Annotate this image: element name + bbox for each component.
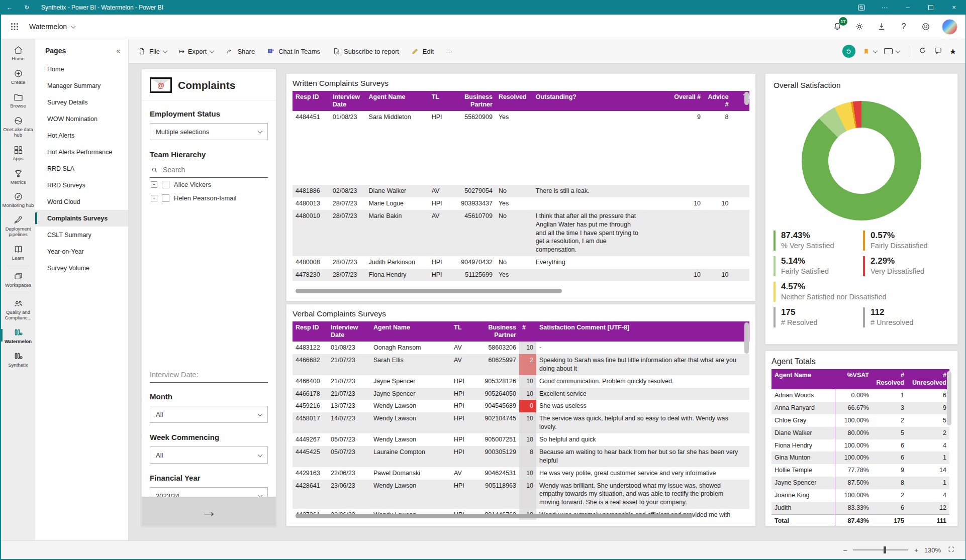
month-dropdown[interactable]: All <box>150 406 268 423</box>
expand-icon[interactable]: + <box>151 195 157 201</box>
table-row[interactable]: Gina Munton100.00%61 <box>771 452 949 464</box>
table-row[interactable]: 447823028/07/23Fiona HendryHPI51125699Ye… <box>293 269 749 281</box>
table-row[interactable]: 448001328/07/23Marie LogueHPI903933437Ye… <box>293 197 749 210</box>
sidebar-item-quality-and-complianc[interactable]: Quality and Complianc... <box>1 295 35 324</box>
table-row[interactable]: 442864123/06/23Wendy LawsonHPI9051189631… <box>293 480 749 509</box>
refresh-visuals-icon[interactable] <box>918 46 927 56</box>
sidebar-item-browse[interactable]: Browse <box>1 88 35 112</box>
table-row[interactable]: Hollie Temple77.78%914 <box>771 464 949 477</box>
bookmarks-button[interactable] <box>862 47 877 56</box>
column-header-resolved[interactable]: Resolved <box>496 91 533 111</box>
column-header-date[interactable]: Interview Date <box>328 321 370 342</box>
page-item-complaints-surveys[interactable]: Complaints Surveys <box>35 210 128 227</box>
verbal-horizontal-scrollbar[interactable] <box>296 514 693 518</box>
maximize-icon[interactable] <box>919 0 942 15</box>
table-row[interactable]: Chloe Gray100.00%25 <box>771 414 949 427</box>
table-row[interactable]: 446617821/07/23Jayne SpencerHPI905264050… <box>293 388 749 400</box>
page-item-word-cloud[interactable]: Word Cloud <box>35 193 128 210</box>
written-vertical-scrollbar[interactable] <box>744 92 749 105</box>
subscribe-button[interactable]: Subscribe to report <box>332 47 399 55</box>
table-row[interactable]: Fiona Hendry100.00%64 <box>771 439 949 452</box>
zoom-in-button[interactable]: + <box>914 546 918 554</box>
waffle-menu-icon[interactable] <box>11 23 18 30</box>
toolbar-more-button[interactable]: ··· <box>446 48 452 55</box>
column-header-tl[interactable]: TL <box>451 321 475 342</box>
settings-gear-icon[interactable] <box>853 21 865 33</box>
favorite-star-icon[interactable]: ★ <box>949 47 956 56</box>
titlebar-more-icon[interactable]: ··· <box>873 0 896 15</box>
page-item-wow-nomination[interactable]: WOW Nomination <box>35 110 128 127</box>
sidebar-item-monitoring-hub[interactable]: Monitoring hub <box>1 188 35 211</box>
column-header-partner[interactable]: Business Partner <box>475 321 519 342</box>
page-item-manager-summary[interactable]: Manager Summary <box>35 77 128 94</box>
verbal-vertical-scrollbar[interactable] <box>744 322 749 354</box>
user-avatar[interactable] <box>942 19 957 35</box>
kpi-card[interactable]: 87.43%% Very Satisfied <box>774 231 860 251</box>
team-search-input[interactable] <box>163 166 238 174</box>
team-checkbox[interactable] <box>162 181 169 188</box>
fit-to-page-icon[interactable] <box>947 545 955 554</box>
column-header-unresolved[interactable]: # Unresolved <box>907 369 949 389</box>
collapse-pages-icon[interactable]: « <box>116 47 120 55</box>
sync-icon[interactable]: ↻ <box>18 4 35 11</box>
column-header-tl[interactable]: TL <box>429 91 448 111</box>
table-row[interactable]: 445921613/07/23Wendy LawsonHPI9045456890… <box>293 400 749 412</box>
view-menu-button[interactable] <box>884 48 900 54</box>
table-row[interactable]: Joanne King100.00%24 <box>771 489 949 502</box>
help-icon[interactable]: ? <box>898 21 910 33</box>
table-row[interactable]: 442916322/06/23Pawel DomanskiAV904624531… <box>293 467 749 480</box>
column-header-id[interactable]: Resp ID <box>293 91 330 111</box>
column-header-overall[interactable]: Overall # <box>643 91 704 111</box>
search-sidebar-icon[interactable] <box>850 0 873 15</box>
sidebar-item-home[interactable]: Home <box>1 41 35 65</box>
zoom-slider[interactable] <box>853 549 908 550</box>
page-item-year-on-year[interactable]: Year-on-Year <box>35 243 128 260</box>
sidebar-item-learn[interactable]: Learn <box>1 241 35 264</box>
agents-vertical-scrollbar[interactable] <box>947 371 951 425</box>
export-menu-button[interactable]: ↦ Export <box>179 48 214 55</box>
reset-filters-icon[interactable] <box>842 45 855 58</box>
zoom-slider-thumb[interactable] <box>884 546 886 553</box>
column-header-score[interactable]: # <box>519 321 536 342</box>
table-row[interactable]: Judith83.33%612 <box>771 502 949 514</box>
table-row[interactable]: 448445101/08/23Sara MiddletonHPI55620909… <box>293 111 749 185</box>
column-header-vsat[interactable]: %VSAT <box>835 369 872 389</box>
column-header-advice[interactable]: Advice # <box>704 91 731 111</box>
share-button[interactable]: Share <box>226 47 255 55</box>
kpi-card[interactable]: 112# Unresolved <box>863 307 949 327</box>
page-item-rrd-sla[interactable]: RRD SLA <box>35 160 128 177</box>
close-icon[interactable]: × <box>942 0 965 15</box>
next-page-arrow-button[interactable]: → <box>142 497 276 526</box>
page-item-hot-alerts-performance[interactable]: Hot Alerts Performance <box>35 144 128 160</box>
table-row[interactable]: Jayne Spencer87.50%81 <box>771 477 949 489</box>
table-row[interactable]: Adrian Woods0.00%16 <box>771 389 949 402</box>
page-item-rrd-surveys[interactable]: RRD Surveys <box>35 177 128 193</box>
column-header-agent[interactable]: Agent Name <box>370 321 451 342</box>
week-commencing-dropdown[interactable]: All <box>150 446 268 464</box>
table-row[interactable]: 444926705/07/23Wendy LawsonHPI9050072511… <box>293 433 749 446</box>
minimize-icon[interactable]: – <box>896 0 919 15</box>
table-row[interactable]: 446668221/07/23Sarah EllisAV606259972Spe… <box>293 354 749 375</box>
column-header-comment[interactable]: Satisfaction Comment [UTF-8] <box>536 321 747 342</box>
zoom-out-button[interactable]: – <box>843 546 847 554</box>
page-item-cslt-summary[interactable]: CSLT Summary <box>35 227 128 243</box>
download-icon[interactable] <box>876 21 888 33</box>
column-header-resolved[interactable]: # Resolved <box>872 369 907 389</box>
workspace-switcher[interactable]: Watermelon <box>29 23 75 31</box>
sidebar-item-onelake-data-hub[interactable]: OneLake data hub <box>1 112 35 141</box>
column-header-name[interactable]: Agent Name <box>771 369 835 389</box>
table-row[interactable]: 448312201/08/23Oonagh RansomAV5860320610… <box>293 342 749 354</box>
kpi-card[interactable]: 2.29%Very Dissatisfied <box>863 256 949 276</box>
satisfaction-donut-chart[interactable] <box>802 101 921 220</box>
written-horizontal-scrollbar[interactable] <box>296 289 562 293</box>
feedback-smiley-icon[interactable] <box>920 21 932 33</box>
sidebar-item-synthetix[interactable]: Synthetix <box>1 348 35 371</box>
notifications-bell-icon[interactable]: 17 <box>831 21 843 33</box>
file-menu-button[interactable]: File <box>138 47 167 55</box>
sidebar-item-metrics[interactable]: Metrics <box>1 165 35 188</box>
sidebar-item-create[interactable]: Create <box>1 65 35 88</box>
sidebar-item-deployment-pipelines[interactable]: Deployment pipelines <box>1 211 35 241</box>
team-checkbox[interactable] <box>162 194 169 202</box>
edit-button[interactable]: Edit <box>411 47 434 55</box>
column-header-agent[interactable]: Agent Name <box>366 91 429 111</box>
